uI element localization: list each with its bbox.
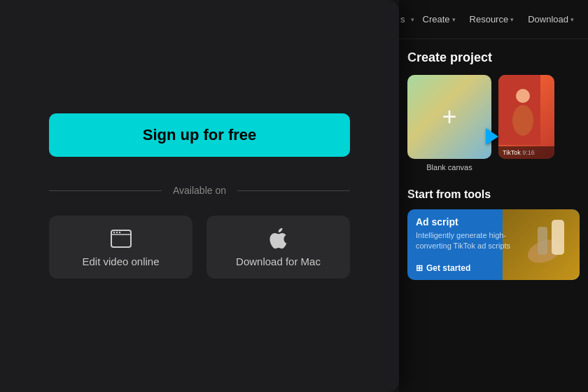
- svg-point-7: [512, 105, 533, 136]
- divider-right: [237, 190, 350, 191]
- nav-resource[interactable]: Resource ▾: [464, 10, 520, 29]
- nav-download[interactable]: Download ▾: [522, 10, 580, 29]
- download-mac-button[interactable]: Download for Mac: [206, 216, 350, 279]
- nav-create[interactable]: Create ▾: [417, 10, 461, 29]
- signup-button[interactable]: Sign up for free: [49, 113, 350, 157]
- tiktok-ratio: 9:16: [522, 149, 535, 156]
- platform-buttons: Edit video online Download for Mac: [49, 216, 350, 279]
- start-tools-title: Start from tools: [407, 188, 580, 201]
- top-nav: s ▾ Create ▾ Resource ▾ Download ▾: [399, 0, 588, 39]
- tool-card-desc: Intelligently generate high-converting T…: [416, 230, 514, 252]
- content-area: Create project + Blank canvas: [399, 39, 588, 392]
- right-panel: s ▾ Create ▾ Resource ▾ Download ▾ Creat…: [399, 0, 588, 392]
- svg-point-4: [118, 231, 120, 232]
- divider-left: [49, 190, 162, 191]
- svg-point-3: [115, 231, 117, 232]
- project-cards: + Blank canvas TikTok: [407, 75, 580, 172]
- plus-icon: +: [442, 104, 456, 130]
- svg-point-6: [516, 89, 530, 103]
- tiktok-label-overlay: TikTok 9:16: [498, 146, 554, 159]
- tool-card-title: Ad script: [416, 216, 571, 227]
- available-on-row: Available on: [49, 185, 350, 196]
- edit-online-button[interactable]: Edit video online: [49, 216, 192, 279]
- tiktok-card[interactable]: TikTok 9:16: [498, 75, 554, 159]
- tiktok-wrapper: TikTok 9:16: [498, 75, 554, 172]
- browser-window-icon: [110, 227, 132, 250]
- get-started-action[interactable]: ⊞ Get started: [407, 263, 580, 280]
- tiktok-image: [498, 75, 540, 145]
- nav-s-chevron: ▾: [411, 16, 414, 23]
- cursor-arrow: [486, 128, 498, 145]
- apple-icon: [267, 227, 290, 250]
- svg-point-2: [113, 231, 114, 232]
- nav-create-chevron: ▾: [452, 16, 456, 23]
- create-project-title: Create project: [407, 50, 580, 65]
- blank-canvas-wrapper: + Blank canvas: [407, 75, 491, 172]
- nav-download-chevron: ▾: [570, 16, 574, 23]
- nav-resource-chevron: ▾: [510, 16, 514, 23]
- blank-canvas-label: Blank canvas: [426, 163, 472, 172]
- blank-canvas-card[interactable]: +: [407, 75, 491, 159]
- ad-script-card[interactable]: Ad script Intelligently generate high-co…: [407, 209, 580, 280]
- left-panel: Sign up for free Available on Edit video…: [0, 0, 399, 392]
- tool-card-content: Ad script Intelligently generate high-co…: [407, 209, 580, 258]
- get-started-icon: ⊞: [416, 263, 423, 273]
- available-on-label: Available on: [173, 185, 226, 196]
- nav-item-s: s: [399, 10, 408, 29]
